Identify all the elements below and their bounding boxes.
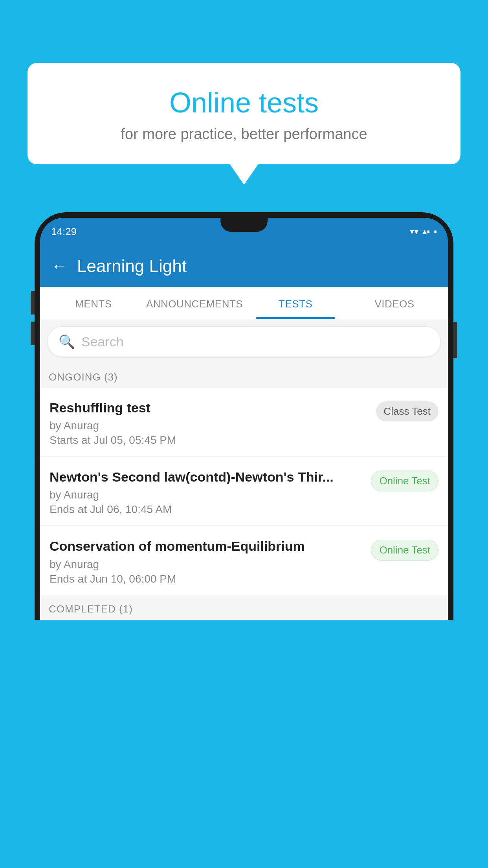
- content-area: 🔍 Search ONGOING (3) Reshuffling test by…: [40, 319, 448, 620]
- phone-container: 14:29 ▾▾ ▴▪ ▪ ← Learning Light MENTS ANN…: [35, 212, 453, 868]
- test-item-conservation[interactable]: Conservation of momentum-Equilibrium by …: [40, 526, 448, 595]
- volume-up-button: [31, 291, 35, 314]
- wifi-icon: ▾▾: [410, 226, 418, 237]
- test-name-newtons: Newton's Second law(contd)-Newton's Thir…: [50, 468, 365, 485]
- badge-reshuffling: Class Test: [376, 401, 438, 421]
- completed-label: COMPLETED (1): [49, 603, 133, 615]
- tab-announcements[interactable]: ANNOUNCEMENTS: [143, 287, 246, 319]
- test-item-newtons[interactable]: Newton's Second law(contd)-Newton's Thir…: [40, 457, 448, 526]
- search-bar-container: 🔍 Search: [40, 319, 448, 364]
- test-time-newtons: Ends at Jul 06, 10:45 AM: [50, 503, 365, 516]
- app-header: ← Learning Light: [40, 245, 448, 287]
- battery-icon: ▪: [434, 226, 437, 237]
- tab-videos[interactable]: VIDEOS: [345, 287, 444, 319]
- power-button-right: [453, 322, 457, 358]
- completed-section-header: COMPLETED (1): [40, 596, 448, 620]
- status-icons: ▾▾ ▴▪ ▪: [410, 226, 437, 237]
- back-button[interactable]: ←: [51, 257, 68, 276]
- search-bar[interactable]: 🔍 Search: [47, 326, 441, 357]
- test-item-reshuffling[interactable]: Reshuffling test by Anurag Starts at Jul…: [40, 388, 448, 456]
- bubble-subtitle: for more practice, better performance: [47, 126, 441, 143]
- test-author-reshuffling: by Anurag: [50, 419, 370, 432]
- status-bar: 14:29 ▾▾ ▴▪ ▪: [40, 218, 448, 245]
- ongoing-section-header: ONGOING (3): [40, 364, 448, 388]
- test-info-reshuffling: Reshuffling test by Anurag Starts at Jul…: [50, 399, 370, 447]
- speech-bubble-container: Online tests for more practice, better p…: [28, 63, 460, 164]
- bubble-title: Online tests: [47, 86, 441, 119]
- search-icon: 🔍: [59, 334, 75, 349]
- speech-bubble: Online tests for more practice, better p…: [28, 63, 460, 164]
- test-name-reshuffling: Reshuffling test: [50, 399, 370, 416]
- badge-newtons: Online Test: [371, 471, 438, 491]
- test-name-conservation: Conservation of momentum-Equilibrium: [50, 537, 365, 555]
- power-button: [453, 322, 457, 358]
- test-time-reshuffling: Starts at Jul 05, 05:45 PM: [50, 434, 370, 447]
- app-title: Learning Light: [77, 256, 187, 276]
- ongoing-label: ONGOING (3): [49, 371, 118, 383]
- status-time: 14:29: [51, 226, 77, 238]
- tab-ments[interactable]: MENTS: [44, 287, 143, 319]
- signal-icon: ▴▪: [422, 226, 430, 237]
- test-time-conservation: Ends at Jun 10, 06:00 PM: [50, 573, 365, 585]
- test-info-newtons: Newton's Second law(contd)-Newton's Thir…: [50, 468, 365, 516]
- tabs-container: MENTS ANNOUNCEMENTS TESTS VIDEOS: [40, 287, 448, 319]
- volume-buttons-left: [31, 291, 35, 345]
- badge-conservation: Online Test: [371, 540, 438, 561]
- search-placeholder: Search: [81, 334, 124, 349]
- test-info-conservation: Conservation of momentum-Equilibrium by …: [50, 537, 365, 585]
- tab-tests[interactable]: TESTS: [246, 287, 345, 319]
- test-author-conservation: by Anurag: [50, 558, 365, 571]
- volume-down-button: [31, 322, 35, 345]
- phone-frame: 14:29 ▾▾ ▴▪ ▪ ← Learning Light MENTS ANN…: [35, 212, 453, 620]
- phone-notch: [220, 218, 268, 232]
- test-author-newtons: by Anurag: [50, 489, 365, 501]
